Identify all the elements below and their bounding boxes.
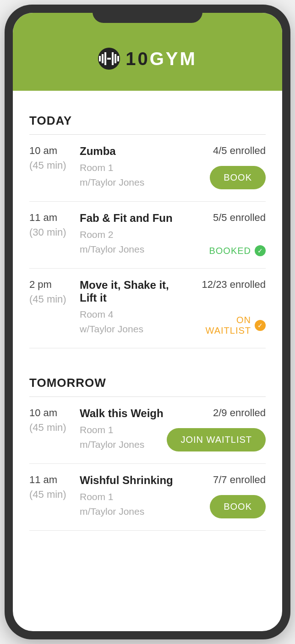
class-instructor: m/Taylor Jones	[80, 504, 188, 519]
class-time: 10 am	[29, 407, 75, 419]
status-label: ON WAITLIST	[188, 315, 251, 336]
status-waitlist: ON WAITLIST✓	[188, 315, 266, 336]
class-row: 11 am(45 min)Wishful ShrinkingRoom 1m/Ta…	[29, 464, 266, 531]
class-time: 11 am	[29, 474, 75, 486]
class-time: 2 pm	[29, 279, 75, 291]
join-waitlist-button[interactable]: JOIN WAITLIST	[167, 428, 266, 451]
class-instructor: w/Taylor Jones	[80, 322, 188, 336]
check-icon: ✓	[255, 245, 266, 256]
status-label: BOOKED	[209, 246, 251, 256]
phone-notch	[93, 5, 202, 23]
class-room: Room 1	[80, 160, 188, 175]
app-title: 10GYM	[126, 49, 197, 69]
app-header: 10GYM	[13, 13, 282, 91]
schedule-content: TODAY10 am(45 min)ZumbaRoom 1m/Taylor Jo…	[13, 91, 282, 531]
enrolled-count: 5/5 enrolled	[213, 212, 266, 224]
class-name: Walk this Weigh	[80, 407, 188, 420]
enrolled-count: 7/7 enrolled	[213, 474, 266, 486]
logo-text-gym: GYM	[150, 49, 197, 69]
class-room: Room 4	[80, 307, 188, 322]
class-duration: (45 min)	[29, 489, 75, 501]
phone-screen: 10GYM TODAY10 am(45 min)ZumbaRoom 1m/Tay…	[13, 13, 282, 631]
class-name: Wishful Shrinking	[80, 474, 188, 487]
barbell-icon	[98, 48, 120, 70]
class-name: Fab & Fit and Fun	[80, 212, 188, 225]
phone-frame: 10GYM TODAY10 am(45 min)ZumbaRoom 1m/Tay…	[5, 5, 290, 639]
class-instructor: m/Taylor Jones	[80, 242, 188, 257]
class-duration: (45 min)	[29, 160, 75, 171]
section-header: TODAY	[29, 105, 266, 135]
enrolled-count: 12/23 enrolled	[202, 279, 266, 291]
class-duration: (30 min)	[29, 226, 75, 238]
class-room: Room 1	[80, 490, 188, 504]
status-booked: BOOKED✓	[209, 245, 266, 256]
class-row: 11 am(30 min)Fab & Fit and FunRoom 2m/Ta…	[29, 202, 266, 269]
enrolled-count: 4/5 enrolled	[213, 145, 266, 157]
section-header: TOMORROW	[29, 367, 266, 397]
check-icon: ✓	[255, 320, 266, 331]
book-button[interactable]: BOOK	[210, 495, 266, 518]
enrolled-count: 2/9 enrolled	[213, 407, 266, 419]
class-name: Move it, Shake it, Lift it	[80, 279, 188, 304]
book-button[interactable]: BOOK	[210, 166, 266, 189]
logo-text-io: 10	[126, 49, 150, 69]
class-duration: (45 min)	[29, 422, 75, 434]
class-instructor: m/Taylor Jones	[80, 175, 188, 190]
class-row: 10 am(45 min)Walk this WeighRoom 1m/Tayl…	[29, 397, 266, 464]
class-time: 10 am	[29, 145, 75, 157]
class-time: 11 am	[29, 212, 75, 224]
class-room: Room 2	[80, 227, 188, 242]
class-row: 10 am(45 min)ZumbaRoom 1m/Taylor Jones4/…	[29, 135, 266, 202]
class-duration: (45 min)	[29, 293, 75, 305]
class-name: Zumba	[80, 145, 188, 158]
class-row: 2 pm(45 min)Move it, Shake it, Lift itRo…	[29, 269, 266, 348]
